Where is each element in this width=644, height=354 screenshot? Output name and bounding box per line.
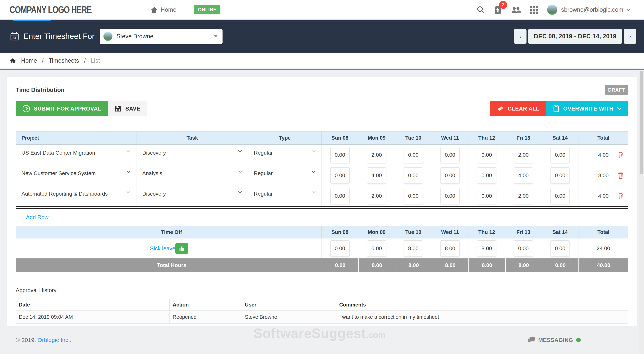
nav-item-home[interactable]: Home bbox=[151, 6, 176, 13]
trash-icon bbox=[617, 192, 624, 200]
scrollbar-track[interactable] bbox=[639, 71, 644, 354]
sick-leave-link[interactable]: Sick leave bbox=[150, 245, 176, 252]
save-button[interactable]: SAVE bbox=[108, 101, 147, 116]
hours-input[interactable] bbox=[440, 240, 460, 257]
actions-toolbar: SUBMIT FOR APPROVAL SAVE CLEAR ALL OVERW… bbox=[7, 99, 637, 116]
breadcrumb-item-home[interactable]: Home bbox=[21, 57, 37, 64]
scrollbar-thumb[interactable] bbox=[640, 71, 644, 174]
page-title: Enter Timesheet For bbox=[24, 32, 94, 41]
project-select-value: New Customer Service System bbox=[22, 170, 96, 176]
overwrite-with-button[interactable]: OVERWRITE WITH bbox=[546, 101, 628, 116]
hours-input[interactable] bbox=[477, 147, 496, 163]
chat-bubbles-icon bbox=[528, 337, 535, 344]
hours-input[interactable] bbox=[477, 188, 496, 204]
overwrite-label: OVERWRITE WITH bbox=[563, 105, 613, 112]
search-input[interactable] bbox=[344, 5, 468, 14]
people-button[interactable] bbox=[510, 5, 521, 14]
apps-grid-button[interactable] bbox=[530, 5, 538, 14]
online-status-badge: ONLINE bbox=[194, 5, 220, 14]
row-total: 4.00 bbox=[598, 193, 609, 199]
col-header-total: Total bbox=[578, 226, 628, 238]
approve-time-off-button[interactable] bbox=[176, 243, 188, 254]
clear-all-label: CLEAR ALL bbox=[508, 105, 540, 112]
hours-input[interactable] bbox=[440, 188, 460, 204]
submit-for-approval-button[interactable]: SUBMIT FOR APPROVAL bbox=[16, 101, 108, 116]
col-header-type: Type bbox=[248, 132, 322, 144]
project-select[interactable]: US East Data Center Migration bbox=[22, 149, 130, 161]
company-link[interactable]: Orblogic Inc,. bbox=[38, 337, 72, 343]
breadcrumb-item-timesheets[interactable]: Timesheets bbox=[48, 57, 79, 64]
delete-row-button[interactable] bbox=[617, 151, 624, 159]
hours-input[interactable] bbox=[440, 147, 460, 163]
task-select[interactable]: Discovery bbox=[142, 149, 242, 161]
col-header-day: Thu 12 bbox=[468, 132, 505, 144]
hours-input[interactable] bbox=[404, 167, 423, 184]
hours-input[interactable] bbox=[550, 188, 570, 204]
approval-user: Steve Browne bbox=[242, 311, 336, 324]
delete-row-button[interactable] bbox=[617, 172, 624, 179]
add-row-link[interactable]: + Add Row bbox=[22, 214, 48, 221]
timesheet-header-row: Project Task Type Sun 08 Mon 09 Tue 10 W… bbox=[16, 132, 628, 145]
breadcrumb: Home / Timesheets / List bbox=[0, 53, 644, 70]
hours-input[interactable] bbox=[367, 188, 386, 204]
eraser-icon bbox=[496, 105, 504, 112]
hours-input[interactable] bbox=[514, 167, 533, 184]
submit-label: SUBMIT FOR APPROVAL bbox=[34, 105, 101, 112]
prev-week-button[interactable]: ‹ bbox=[514, 29, 526, 44]
search-button[interactable] bbox=[476, 5, 485, 14]
type-select[interactable]: Regular bbox=[254, 169, 316, 182]
hours-input[interactable] bbox=[330, 167, 350, 184]
hours-input[interactable] bbox=[550, 167, 570, 184]
hours-input[interactable] bbox=[367, 240, 386, 257]
approval-col-action: Action bbox=[170, 299, 242, 311]
timesheet-user-select[interactable]: Steve Browne bbox=[100, 29, 222, 44]
breadcrumb-home-icon[interactable] bbox=[10, 58, 16, 64]
hours-input[interactable] bbox=[404, 147, 423, 163]
task-select[interactable]: Analysis bbox=[142, 169, 242, 182]
col-header-day: Wed 11 bbox=[432, 132, 468, 144]
messaging-widget[interactable]: MESSAGING bbox=[528, 337, 581, 344]
hours-input[interactable] bbox=[550, 240, 570, 257]
next-week-button[interactable]: › bbox=[624, 29, 636, 44]
hours-input[interactable] bbox=[514, 188, 533, 204]
hours-input[interactable] bbox=[404, 240, 423, 257]
date-range-button[interactable]: DEC 08, 2019 - DEC 14, 2019 bbox=[528, 29, 622, 44]
hours-input[interactable] bbox=[404, 188, 423, 204]
user-menu[interactable]: sbrowne@orblogic.com bbox=[547, 4, 631, 15]
type-select-value: Regular bbox=[254, 150, 273, 156]
hours-input[interactable] bbox=[477, 167, 496, 184]
project-select-value: Automated Reporting & Dashboards bbox=[22, 191, 108, 197]
user-avatar bbox=[547, 4, 557, 15]
approval-history-row: Dec 14, 2019 09:04 AM Reopened Steve Bro… bbox=[16, 311, 628, 324]
hours-input[interactable] bbox=[550, 147, 570, 163]
hours-input[interactable] bbox=[514, 240, 533, 257]
calendar-icon: 31 bbox=[10, 32, 19, 41]
hours-input[interactable] bbox=[367, 167, 386, 184]
approval-col-comments: Comments bbox=[336, 299, 628, 311]
notifications-button[interactable]: 2 bbox=[493, 5, 502, 14]
task-select[interactable]: Discovery bbox=[142, 190, 242, 202]
hours-input[interactable] bbox=[367, 147, 386, 163]
hours-input[interactable] bbox=[477, 240, 496, 257]
copyright-year: © 2019. bbox=[16, 337, 36, 343]
total-hours-day: 8.00 bbox=[358, 258, 395, 272]
type-select[interactable]: Regular bbox=[254, 190, 316, 202]
copyright-text: © 2019. Orblogic Inc,. bbox=[16, 337, 72, 343]
delete-row-button[interactable] bbox=[617, 192, 624, 200]
hours-input[interactable] bbox=[440, 167, 460, 184]
trash-icon bbox=[617, 172, 624, 179]
col-header-project: Project bbox=[16, 132, 136, 144]
breadcrumb-separator: / bbox=[84, 57, 86, 64]
hours-input[interactable] bbox=[330, 147, 350, 163]
col-header-day: Sat 14 bbox=[542, 132, 578, 144]
col-header-day: Sun 08 bbox=[322, 132, 358, 144]
hours-input[interactable] bbox=[330, 240, 350, 257]
clear-all-button[interactable]: CLEAR ALL bbox=[490, 101, 546, 116]
hours-input[interactable] bbox=[514, 147, 533, 163]
hours-input[interactable] bbox=[330, 188, 350, 204]
messaging-label: MESSAGING bbox=[538, 337, 573, 343]
draft-status-badge: DRAFT bbox=[605, 85, 628, 95]
project-select[interactable]: New Customer Service System bbox=[22, 169, 130, 182]
type-select[interactable]: Regular bbox=[254, 149, 316, 161]
project-select[interactable]: Automated Reporting & Dashboards bbox=[22, 190, 130, 202]
